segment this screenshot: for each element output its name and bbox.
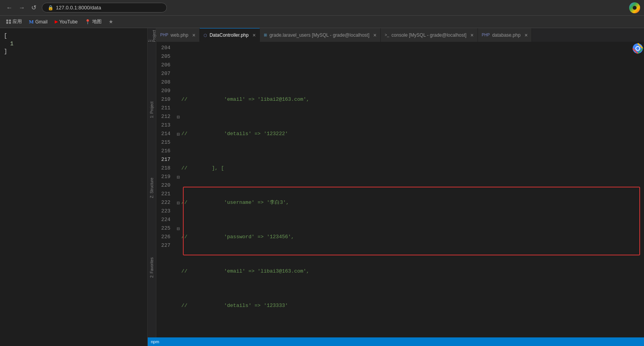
- code-line-209: // 'email' => 'libai3@163.com',: [181, 267, 636, 276]
- url-text: 127.0.0.1:8000/data: [56, 5, 101, 11]
- tab-console-label: console [MySQL - grade@localhost]: [392, 32, 467, 38]
- php-icon-2: ⬡: [204, 33, 207, 37]
- tab-web-php[interactable]: PHP web.php ×: [156, 28, 200, 42]
- code-scroll-area[interactable]: 204 205 206 207 208 209 210 211 212 213 …: [156, 42, 644, 337]
- apps-icon: [6, 20, 11, 24]
- bookmark-apps-label: 应用: [13, 18, 22, 25]
- back-button[interactable]: ←: [4, 3, 15, 13]
- browser-bar: ← → ↺ 🔒 127.0.0.1:8000/data: [0, 0, 644, 16]
- tab-datacontroller-label: DataController.php: [209, 32, 249, 38]
- npm-label: npm: [151, 339, 159, 344]
- code-line-211: // ]: [181, 336, 636, 337]
- project-label: 1: Project: [148, 28, 156, 42]
- tab-database-php[interactable]: PHP database.php ×: [478, 28, 532, 42]
- tab-web-php-label: web.php: [171, 32, 188, 38]
- ide-panel: 1: Project PHP web.php × ⬡ DataControlle…: [148, 28, 644, 346]
- code-line-208: // 'password' => '123456',: [181, 233, 636, 241]
- code-line-206: // ], [: [181, 164, 636, 173]
- code-line-207: // 'username' => '李白3',: [181, 198, 636, 207]
- tab-mysql-users-close[interactable]: ×: [373, 32, 376, 38]
- php-icon-3: PHP: [482, 33, 490, 37]
- tab-console-close[interactable]: ×: [470, 32, 474, 38]
- bookmarks-bar: 应用 M Gmail ▶ YouTube 📍 地图 ★: [0, 16, 644, 28]
- bookmark-gmail[interactable]: M Gmail: [26, 18, 51, 26]
- bookmark-gmail-label: Gmail: [35, 19, 47, 25]
- chrome-icon: [629, 2, 640, 13]
- bookmark-youtube[interactable]: ▶ YouTube: [52, 18, 81, 25]
- tab-mysql-users[interactable]: ⊞ grade.laravel_users [MySQL - grade@loc…: [260, 28, 381, 42]
- tab-datacontroller-close[interactable]: ×: [252, 32, 256, 38]
- reload-button[interactable]: ↺: [29, 2, 39, 13]
- json-line2: 1: [4, 40, 143, 48]
- tab-database-php-close[interactable]: ×: [524, 32, 528, 38]
- tab-mysql-users-label: grade.laravel_users [MySQL - grade@local…: [269, 32, 369, 38]
- code-area: 1: Project Z: Structure 2: Favorites 204…: [148, 42, 644, 337]
- bottom-bar: npm: [148, 337, 644, 346]
- address-bar[interactable]: 🔒 127.0.0.1:8000/data: [42, 3, 167, 12]
- bookmark-maps[interactable]: 📍 地图: [82, 18, 105, 26]
- sidebar-label-structure[interactable]: Z: Structure: [150, 178, 154, 198]
- sidebar-label-project[interactable]: 1: Project: [150, 102, 154, 118]
- json-line3: ]: [4, 48, 143, 55]
- svg-point-2: [636, 47, 639, 50]
- bookmark-maps-label: 地图: [92, 18, 102, 25]
- youtube-icon: ▶: [55, 19, 58, 24]
- highlight-box: [183, 187, 640, 255]
- tabs-bar: 1: Project PHP web.php × ⬡ DataControlle…: [148, 28, 644, 42]
- tab-console[interactable]: >_ console [MySQL - grade@localhost] ×: [381, 28, 478, 42]
- fold-column: ⊟ ⊟ ⊟ ⊟ ⊟: [175, 42, 181, 337]
- bookmark-youtube-label: YouTube: [59, 19, 78, 25]
- sidebar-label-favorites[interactable]: 2: Favorites: [150, 257, 154, 278]
- browser-result-panel: [ 1 ]: [0, 28, 148, 346]
- forward-button[interactable]: →: [16, 3, 27, 13]
- bookmark-apps[interactable]: 应用: [3, 18, 25, 26]
- code-line-210: // 'details' => '123333': [181, 301, 636, 310]
- db-icon-1: ⊞: [264, 33, 267, 37]
- code-line-204: // 'email' => 'libai2@163.com',: [181, 95, 636, 104]
- nav-buttons: ← → ↺: [4, 2, 39, 13]
- bookmark-star[interactable]: ★: [106, 18, 116, 25]
- gmail-icon: M: [29, 19, 34, 25]
- json-line1: [: [4, 32, 143, 40]
- star-icon: ★: [109, 19, 113, 25]
- console-icon: >_: [385, 33, 389, 37]
- line-numbers: 204 205 206 207 208 209 210 211 212 213 …: [156, 42, 175, 337]
- maps-icon: 📍: [85, 19, 91, 25]
- tab-web-php-close[interactable]: ×: [192, 32, 195, 38]
- tab-datacontroller[interactable]: ⬡ DataController.php ×: [200, 28, 260, 42]
- chrome-logo-overlay: [632, 43, 643, 54]
- code-lines: // 'email' => 'libai2@163.com', // 'deta…: [181, 42, 644, 337]
- code-line-205: // 'details' => '123222': [181, 130, 636, 138]
- tab-database-php-label: database.php: [492, 32, 521, 38]
- main-content: [ 1 ] 1: Project PHP web.php × ⬡ DataCon…: [0, 28, 644, 346]
- php-icon-1: PHP: [160, 33, 168, 37]
